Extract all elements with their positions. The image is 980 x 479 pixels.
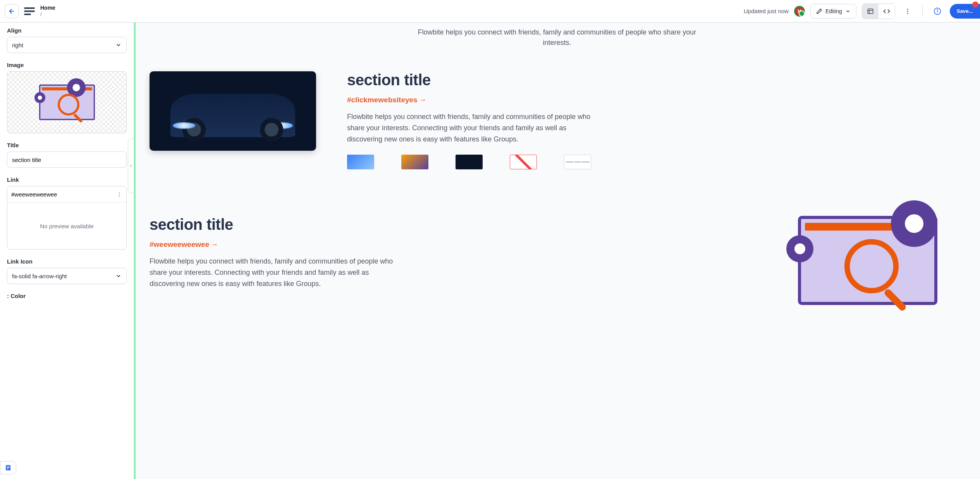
svg-point-5 [907, 10, 908, 12]
hero-image[interactable] [150, 71, 316, 151]
section-title: section title [347, 71, 965, 89]
car-graphic [150, 71, 316, 151]
breadcrumb-path: / [40, 11, 55, 17]
align-select[interactable]: right [7, 37, 127, 53]
align-value: right [12, 42, 23, 48]
thumb-item[interactable] [401, 155, 428, 169]
back-button[interactable] [5, 4, 19, 18]
properties-panel: Align right Image Title Link [0, 22, 134, 479]
link-icon-value: fa-solid fa-arrow-right [12, 273, 67, 279]
mode-select[interactable]: Editing [810, 4, 856, 19]
section-desc: Flowbite helps you connect with friends,… [347, 111, 595, 145]
field-link: Link No preview available [7, 176, 127, 250]
arrow-left-icon [8, 8, 15, 15]
section-link[interactable]: #weeweeweewee → [150, 240, 218, 249]
thumb-item[interactable] [564, 155, 591, 169]
svg-point-4 [907, 9, 908, 10]
svg-rect-1 [868, 9, 873, 14]
image-picker[interactable] [7, 71, 127, 133]
link-icon-select[interactable]: fa-solid fa-arrow-right [7, 268, 127, 284]
info-icon [934, 7, 941, 15]
chevron-left-icon [129, 164, 133, 168]
menu-toggle[interactable] [24, 7, 35, 15]
notification-badge[interactable] [972, 2, 978, 8]
svg-rect-16 [7, 469, 9, 469]
more-button[interactable] [901, 4, 915, 18]
thumb-item[interactable] [347, 155, 374, 169]
arrow-right-icon: → [211, 240, 218, 249]
info-button[interactable] [930, 4, 944, 18]
document-icon [5, 464, 12, 471]
svg-point-11 [119, 194, 120, 195]
svg-point-12 [119, 196, 120, 197]
title-label: Title [7, 142, 127, 148]
svg-point-10 [119, 192, 120, 193]
link-icon-label: Link Icon [7, 258, 127, 265]
svg-rect-15 [7, 467, 10, 468]
code-icon [883, 8, 890, 15]
section-desc: Flowbite helps you connect with friends,… [150, 256, 397, 289]
thumb-row [347, 155, 965, 169]
outline-toggle[interactable] [0, 461, 16, 474]
mode-label: Editing [825, 8, 842, 14]
topbar: Home / Updated just now H Editing Save..… [0, 0, 980, 22]
intro-text: Flowbite helps you connect with friends,… [410, 22, 704, 48]
thumb-item[interactable] [510, 155, 537, 169]
field-align: Align right [7, 27, 127, 53]
link-preview: No preview available [7, 203, 126, 249]
svg-point-9 [937, 9, 938, 10]
avatar[interactable]: H [794, 6, 805, 17]
section-row: section title #weeweeweewee → Flowbite h… [150, 216, 965, 305]
section-link[interactable]: #clickmewebsiteyes → [347, 96, 426, 104]
field-partial: : Color [7, 293, 127, 299]
page-title: Home [40, 5, 55, 11]
svg-point-6 [907, 12, 908, 14]
arrow-right-icon: → [419, 96, 426, 104]
section-text: section title #clickmewebsiteyes → Flowb… [347, 71, 965, 169]
layout-icon [867, 8, 874, 15]
link-input[interactable] [11, 191, 116, 198]
section-media [798, 216, 965, 305]
breadcrumb: Home / [40, 5, 55, 17]
dots-vertical-icon [904, 8, 911, 15]
section-media [150, 71, 316, 151]
field-link-icon: Link Icon fa-solid fa-arrow-right [7, 258, 127, 284]
save-status: Updated just now [744, 8, 789, 14]
view-design-button[interactable] [862, 4, 879, 19]
partial-label: : Color [7, 293, 127, 299]
chevron-down-icon [115, 273, 122, 279]
section-text: section title #weeweeweewee → Flowbite h… [150, 216, 767, 289]
title-input[interactable] [7, 152, 127, 168]
dots-vertical-icon[interactable] [116, 191, 122, 198]
chevron-down-icon [115, 42, 122, 48]
svg-rect-14 [7, 466, 10, 467]
section-title: section title [150, 216, 767, 233]
divider [922, 5, 923, 17]
image-label: Image [7, 62, 127, 68]
sidebar-collapse-handle[interactable] [128, 139, 134, 193]
canvas[interactable]: Flowbite helps you connect with friends,… [134, 22, 980, 479]
view-toggle [862, 3, 895, 19]
field-title: Title [7, 142, 127, 168]
pencil-icon [816, 8, 822, 14]
section-row: section title #clickmewebsiteyes → Flowb… [150, 71, 965, 169]
link-label: Link [7, 176, 127, 183]
view-code-button[interactable] [879, 4, 895, 19]
field-image: Image [7, 62, 127, 133]
seo-graphic[interactable] [798, 216, 961, 305]
align-label: Align [7, 27, 127, 34]
chevron-down-icon [845, 9, 851, 14]
thumb-item[interactable] [456, 155, 483, 169]
